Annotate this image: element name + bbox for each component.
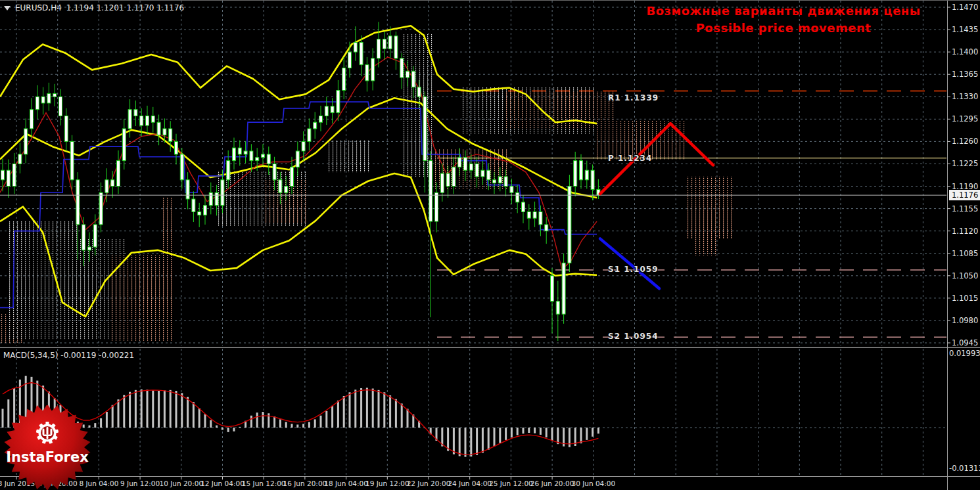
macd-histogram-bar <box>129 392 131 428</box>
macd-histogram-bar <box>273 416 275 428</box>
candle-body <box>30 110 34 129</box>
chart-title: EURUSD,H4 1.1194 1.1201 1.1170 1.1176 <box>4 3 184 12</box>
macd-histogram-bar <box>164 390 166 428</box>
price-tick-label: 1.1470 <box>952 3 978 12</box>
macd-histogram-bar <box>459 428 461 456</box>
macd-histogram-bar <box>331 406 333 428</box>
price-tick-label: 1.1330 <box>952 92 978 101</box>
macd-histogram-bar <box>511 428 513 437</box>
macd-histogram-bar <box>592 428 594 437</box>
macd-histogram-bar <box>123 395 125 428</box>
price-tick-label: 1.1085 <box>952 249 978 258</box>
macd-histogram-bar <box>13 388 15 428</box>
macd-histogram-bar <box>360 388 362 428</box>
candle-body <box>180 154 183 180</box>
candle-body <box>24 129 28 154</box>
time-axis[interactable]: 3 Jun 20154 Jun 20:008 Jun 04:009 Jun 12… <box>0 479 946 490</box>
candle-body <box>76 180 80 225</box>
candle-body <box>533 212 536 218</box>
macd-histogram-bar <box>354 390 356 428</box>
current-price-badge: 1.1176 <box>949 190 980 200</box>
candle-body <box>319 116 323 122</box>
macd-histogram-bar <box>198 408 200 428</box>
price-tick-label: 1.1120 <box>952 227 978 236</box>
candle-body <box>88 247 91 250</box>
macd-histogram-bar <box>141 390 143 428</box>
candle-body <box>209 192 212 205</box>
candle-body <box>134 110 137 116</box>
price-tick-label: 1.0945 <box>952 338 978 347</box>
candle-body <box>354 43 357 53</box>
candle-body <box>273 164 276 179</box>
date-tick-label: 24 Jun 04:00 <box>448 479 492 487</box>
candle-body <box>539 212 542 224</box>
candle-body <box>568 187 571 263</box>
candle-body <box>423 97 427 160</box>
macd-histogram-bar <box>383 392 385 428</box>
candle-body <box>314 122 317 129</box>
pivot-label-p: P 1.1234 <box>608 154 652 163</box>
candle-body <box>64 116 68 141</box>
candle-body <box>105 180 108 192</box>
candle-body <box>59 97 62 116</box>
analyst-annotation: Возможные варианты движения цены Possibl… <box>619 3 948 37</box>
price-chart-canvas[interactable] <box>0 1 980 490</box>
price-tick-label: 1.1015 <box>952 294 978 303</box>
candle-body <box>487 170 490 180</box>
macd-histogram-bar <box>42 386 44 428</box>
candle-body <box>256 158 259 161</box>
ichimoku-cloud-region <box>7 221 78 340</box>
candle-body <box>1 170 5 180</box>
macd-histogram-bar <box>279 419 281 428</box>
ichimoku-cloud-region <box>161 198 172 340</box>
candle-body <box>337 91 340 113</box>
candle-body <box>279 180 282 192</box>
price-tick-label: 1.1435 <box>952 25 978 34</box>
macd-histogram-bar <box>517 428 519 435</box>
candle-body <box>151 116 154 122</box>
candle-body <box>18 154 22 164</box>
macd-histogram-bar <box>325 411 327 428</box>
macd-histogram-bar <box>372 389 374 428</box>
macd-histogram-bar <box>250 416 252 428</box>
candle-body <box>377 39 381 58</box>
candle-body <box>111 180 114 187</box>
date-tick-label: 25 Jun 12:00 <box>489 479 533 487</box>
price-tick-label: 1.1295 <box>952 114 978 123</box>
candle-body <box>70 141 74 179</box>
candle-body <box>221 180 224 206</box>
macd-histogram-bar <box>193 402 195 428</box>
candle-body <box>446 173 450 186</box>
price-axis[interactable]: 1.1176 0.01993 -0.01313 1.14701.14351.14… <box>948 1 980 490</box>
macd-histogram-bar <box>349 392 351 428</box>
pivot-label-r1: R1 1.1339 <box>608 93 659 102</box>
candle-body <box>296 151 299 167</box>
macd-histogram-bar <box>204 414 206 428</box>
macd-histogram-bar <box>534 428 536 434</box>
macd-histogram-bar <box>135 390 137 428</box>
candle-body <box>198 212 201 215</box>
symbol-dropdown-icon[interactable] <box>4 6 11 11</box>
price-tick-label: 1.1155 <box>952 204 978 213</box>
candle-body <box>464 158 467 170</box>
macd-indicator-label: MACD(5,34,5) -0.00119 -0.00221 <box>3 351 134 360</box>
date-tick-label: 15 Jun 12:00 <box>242 479 286 487</box>
macd-histogram-bar <box>152 390 154 428</box>
ichimoku-cloud-region <box>687 177 735 238</box>
date-tick-label: 16 Jun 20:00 <box>283 479 327 487</box>
macd-histogram-bar <box>60 405 62 428</box>
chart-symbol-period: EURUSD,H4 <box>15 3 62 12</box>
candle-body <box>53 93 57 97</box>
candle-body <box>99 192 103 225</box>
macd-histogram-bar <box>447 428 449 451</box>
candle-body <box>510 187 513 193</box>
candle-body <box>400 58 404 78</box>
chart-ohlc-quotes: 1.1194 1.1201 1.1170 1.1176 <box>66 3 184 12</box>
macd-histogram-bar <box>77 422 79 428</box>
macd-histogram-bar <box>222 428 223 430</box>
candle-body <box>585 170 588 180</box>
candle-body <box>452 167 455 186</box>
candle-body <box>429 161 432 221</box>
macd-histogram-bar <box>499 428 501 443</box>
macd-histogram-bar <box>54 398 56 428</box>
